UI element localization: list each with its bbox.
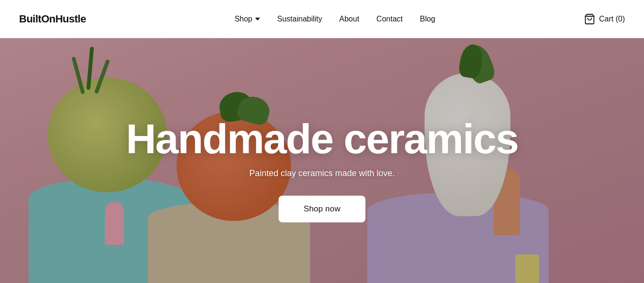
hero-content: Handmade ceramics Painted clay ceramics … [0, 38, 644, 283]
nav-item-contact[interactable]: Contact [376, 15, 403, 23]
nav-item-sustainability[interactable]: Sustainability [277, 15, 322, 23]
nav-item-blog[interactable]: Blog [420, 15, 435, 23]
hero-title: Handmade ceramics [126, 118, 518, 160]
shop-now-button[interactable]: Shop now [279, 196, 365, 222]
chevron-down-icon [255, 18, 260, 21]
nav-links: Shop Sustainability About Contact Blog [235, 15, 436, 23]
cart-button[interactable]: Cart (0) [584, 13, 625, 25]
navbar: BuiltOnHustle Shop Sustainability About … [0, 0, 644, 38]
brand-logo[interactable]: BuiltOnHustle [19, 13, 86, 25]
hero-subtitle: Painted clay ceramics made with love. [249, 168, 395, 178]
nav-item-about[interactable]: About [339, 15, 359, 23]
hero-section: Handmade ceramics Painted clay ceramics … [0, 38, 644, 283]
nav-item-shop[interactable]: Shop [235, 15, 260, 23]
cart-label: Cart (0) [599, 15, 625, 23]
cart-icon [584, 13, 595, 25]
